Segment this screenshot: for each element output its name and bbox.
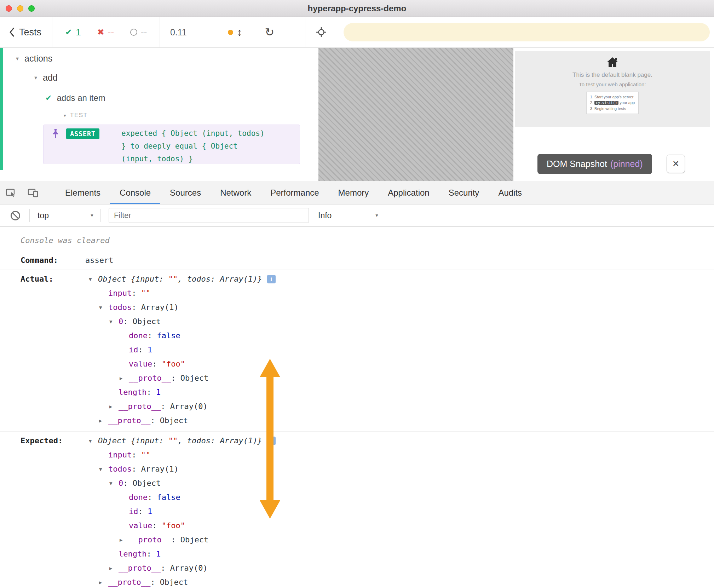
property-name: __proto__: [129, 533, 171, 547]
device-toolbar-button[interactable]: [22, 181, 44, 204]
window-zoom-button[interactable]: [28, 5, 35, 12]
console-tree-row: ▼0: Object: [89, 315, 276, 329]
disclosure-triangle[interactable]: ▶: [109, 399, 119, 414]
console-tree-row: ▼todos: Array(1): [89, 300, 276, 315]
property-value: "": [141, 448, 151, 462]
property-name: __proto__: [108, 575, 150, 588]
suite-actions[interactable]: ▾ actions: [16, 53, 52, 64]
address-bar[interactable]: [344, 23, 710, 41]
console-tree-row: value: "foo": [89, 519, 276, 533]
tab-sources[interactable]: Sources: [160, 181, 211, 204]
console-tree-row: ▶__proto__: Object: [89, 414, 276, 428]
test-adds-an-item[interactable]: ✔ adds an item: [45, 93, 105, 103]
chevron-left-icon: [9, 27, 15, 37]
toolbar-divider: [100, 209, 101, 222]
property-value: Object: [180, 371, 208, 385]
disclosure-triangle[interactable]: ▼: [99, 462, 108, 476]
console-tree-row: input: "": [89, 448, 276, 462]
console-toolbar: top ▼ Info ▼: [0, 204, 714, 227]
suite-label: add: [43, 73, 58, 83]
tab-network[interactable]: Network: [211, 181, 261, 204]
tab-audits[interactable]: Audits: [489, 181, 531, 204]
property-name: id: [129, 505, 138, 519]
disclosure-triangle[interactable]: ▶: [99, 414, 108, 428]
tab-performance[interactable]: Performance: [261, 181, 328, 204]
disclosure-triangle[interactable]: ▼: [99, 300, 108, 315]
devtools-tabs: ElementsConsoleSourcesNetworkPerformance…: [56, 181, 531, 204]
step-line: 2. cy.visit() your app: [590, 100, 635, 106]
toolbar-divider: [47, 185, 47, 201]
console-message-group: Actual:▼Object {input: "", todos: Array(…: [0, 270, 714, 432]
console-tree-row: id: 1: [89, 505, 276, 519]
js-context-select[interactable]: top ▼: [30, 211, 100, 220]
property-value: 1: [156, 547, 161, 561]
test-section-header[interactable]: ▾ TEST: [64, 112, 87, 119]
arrow-up-head: [260, 359, 280, 377]
console-group-label: Expected:: [21, 434, 89, 588]
selector-playground-button[interactable]: [305, 17, 337, 47]
disclosure-triangle[interactable]: ▶: [109, 561, 119, 575]
object-preview[interactable]: Object {input: "", todos: Array(1)}: [98, 434, 262, 448]
window-titlebar: hyperapp-cypress-demo: [0, 0, 714, 17]
failed-stat: ✖ --: [97, 27, 114, 38]
step-line: 3. Begin writing tests: [590, 106, 635, 111]
command-label: Command:: [21, 254, 85, 267]
tab-console[interactable]: Console: [110, 181, 160, 204]
clear-console-button[interactable]: [11, 211, 20, 220]
chevron-down-icon: ▼: [90, 213, 94, 218]
pin-icon[interactable]: [51, 128, 60, 139]
window-title: hyperapp-cypress-demo: [308, 4, 407, 13]
snapshot-sidecar: This is the default blank page. To test …: [513, 48, 714, 181]
suite-add[interactable]: ▾ add: [34, 73, 58, 83]
property-value: 1: [148, 343, 152, 357]
property-name: input: [108, 286, 132, 300]
disclosure-triangle[interactable]: ▶: [120, 371, 129, 385]
tab-security[interactable]: Security: [439, 181, 489, 204]
log-level-select[interactable]: Info ▼: [318, 211, 385, 220]
window-minimize-button[interactable]: [17, 5, 23, 12]
property-name: todos: [108, 300, 132, 315]
refresh-icon[interactable]: ↻: [265, 27, 274, 38]
back-to-tests-button[interactable]: Tests: [0, 17, 52, 47]
tab-application[interactable]: Application: [378, 181, 439, 204]
object-preview[interactable]: Object {input: "", todos: Array(1)}: [98, 272, 262, 286]
property-value: Object: [160, 414, 188, 428]
dom-snapshot-label: DOM Snapshot: [547, 159, 607, 169]
section-label: TEST: [70, 112, 87, 119]
disclosure-triangle[interactable]: ▼: [109, 315, 119, 329]
disclosure-triangle[interactable]: ▼: [109, 476, 119, 490]
console-tree-row: ▶__proto__: Array(0): [89, 399, 276, 414]
viewport-indicator[interactable]: ↕: [228, 27, 242, 38]
traffic-lights: [6, 0, 35, 17]
property-value: Array(0): [170, 561, 208, 575]
blank-page-card: This is the default blank page. To test …: [515, 51, 710, 127]
tab-memory[interactable]: Memory: [329, 181, 379, 204]
console-tree-row: done: false: [89, 329, 276, 343]
caret-down-icon: ▾: [34, 74, 37, 81]
active-suite-indicator: [0, 48, 3, 170]
disclosure-triangle[interactable]: ▼: [89, 434, 98, 448]
property-value: Array(1): [141, 300, 179, 315]
inspect-element-button[interactable]: [0, 181, 22, 204]
unpin-snapshot-button[interactable]: ✕: [667, 155, 685, 173]
passed-stat: ✔ 1: [65, 27, 81, 38]
circle-icon: [130, 29, 137, 36]
property-name: __proto__: [119, 561, 161, 575]
object-root-row: ▼Object {input: "", todos: Array(1)}i: [89, 434, 276, 448]
property-value: Object: [180, 533, 208, 547]
tab-elements[interactable]: Elements: [56, 181, 110, 204]
info-icon[interactable]: i: [267, 275, 276, 283]
devtools-tabbar: ElementsConsoleSourcesNetworkPerformance…: [0, 181, 714, 204]
dom-snapshot-pill: DOM Snapshot (pinned): [537, 154, 652, 174]
disclosure-triangle[interactable]: ▶: [99, 575, 108, 588]
command-value: assert: [85, 254, 113, 267]
console-filter-input[interactable]: [109, 208, 309, 223]
window-close-button[interactable]: [6, 5, 12, 12]
test-title: adds an item: [57, 93, 105, 103]
disclosure-triangle[interactable]: ▶: [120, 533, 129, 547]
x-icon: ✖: [97, 27, 104, 37]
disclosure-triangle[interactable]: ▼: [89, 272, 98, 286]
test-reporter: ▾ actions ▾ add ✔ adds an item ▾ TEST AS: [0, 48, 318, 181]
assert-log-entry[interactable]: ASSERT expected { Object (input, todos) …: [43, 125, 300, 164]
console-tree-row: ▶__proto__: Object: [89, 533, 276, 547]
